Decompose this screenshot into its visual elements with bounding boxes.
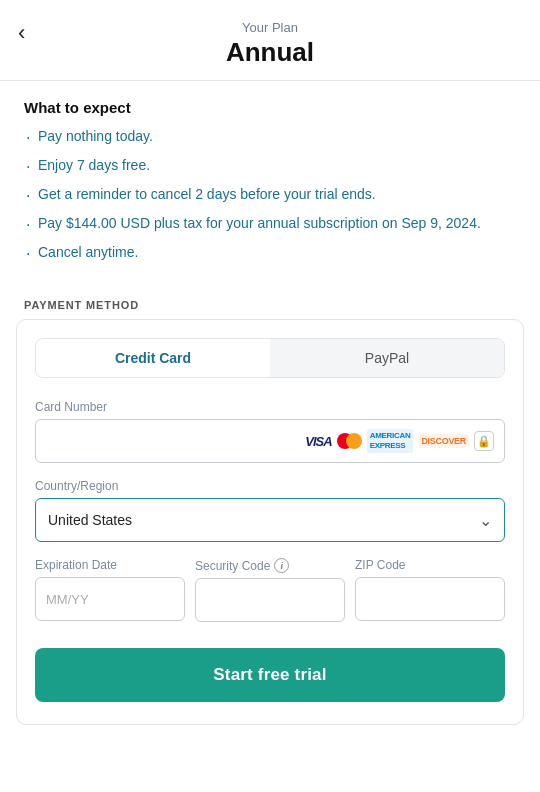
list-item: Pay $144.00 USD plus tax for your annual… — [24, 213, 516, 234]
start-trial-button[interactable]: Start free trial — [35, 648, 505, 702]
card-details-row: Expiration Date Security Code i ZIP Code — [35, 558, 505, 638]
zip-code-input[interactable] — [355, 577, 505, 621]
country-group: Country/Region United States Canada Unit… — [35, 479, 505, 542]
back-button[interactable]: ‹ — [18, 22, 25, 44]
security-code-label: Security Code i — [195, 558, 345, 573]
visa-icon: VISA — [305, 434, 331, 449]
list-item: Pay nothing today. — [24, 126, 516, 147]
zip-code-group: ZIP Code — [355, 558, 505, 622]
header: ‹ Your Plan Annual — [0, 0, 540, 80]
card-number-group: Card Number VISA AMERICANEXPRESS DISCOVE… — [35, 400, 505, 463]
list-item: Get a reminder to cancel 2 days before y… — [24, 184, 516, 205]
card-number-label: Card Number — [35, 400, 505, 414]
chevron-down-icon: ⌄ — [479, 511, 492, 530]
expect-list: Pay nothing today. Enjoy 7 days free. Ge… — [24, 126, 516, 263]
card-number-input-wrap[interactable]: VISA AMERICANEXPRESS DISCOVER 🔒 — [35, 419, 505, 463]
list-item: Cancel anytime. — [24, 242, 516, 263]
country-label: Country/Region — [35, 479, 505, 493]
tab-paypal[interactable]: PayPal — [270, 339, 504, 377]
payment-card: Credit Card PayPal Card Number VISA AMER… — [16, 319, 524, 725]
expiration-label: Expiration Date — [35, 558, 185, 572]
payment-tab-row: Credit Card PayPal — [35, 338, 505, 378]
zip-code-label: ZIP Code — [355, 558, 505, 572]
amex-icon: AMERICANEXPRESS — [367, 429, 414, 452]
info-icon: i — [274, 558, 289, 573]
payment-method-label: PAYMENT METHOD — [0, 289, 540, 319]
card-icons: VISA AMERICANEXPRESS DISCOVER 🔒 — [305, 429, 494, 452]
country-select[interactable]: United States Canada United Kingdom Aust… — [48, 512, 479, 528]
plan-name: Annual — [20, 37, 520, 68]
security-code-input[interactable] — [195, 578, 345, 622]
header-divider — [0, 80, 540, 81]
list-item: Enjoy 7 days free. — [24, 155, 516, 176]
card-number-input[interactable] — [46, 433, 305, 449]
expiration-group: Expiration Date — [35, 558, 185, 622]
security-code-group: Security Code i — [195, 558, 345, 622]
tab-credit-card[interactable]: Credit Card — [36, 339, 270, 377]
expiration-input[interactable] — [35, 577, 185, 621]
what-to-expect-heading: What to expect — [24, 99, 516, 116]
what-to-expect-section: What to expect Pay nothing today. Enjoy … — [0, 99, 540, 289]
discover-icon: DISCOVER — [418, 434, 469, 449]
lock-icon: 🔒 — [474, 431, 494, 451]
your-plan-label: Your Plan — [20, 20, 520, 35]
country-select-wrap[interactable]: United States Canada United Kingdom Aust… — [35, 498, 505, 542]
mastercard-icon — [337, 433, 362, 449]
